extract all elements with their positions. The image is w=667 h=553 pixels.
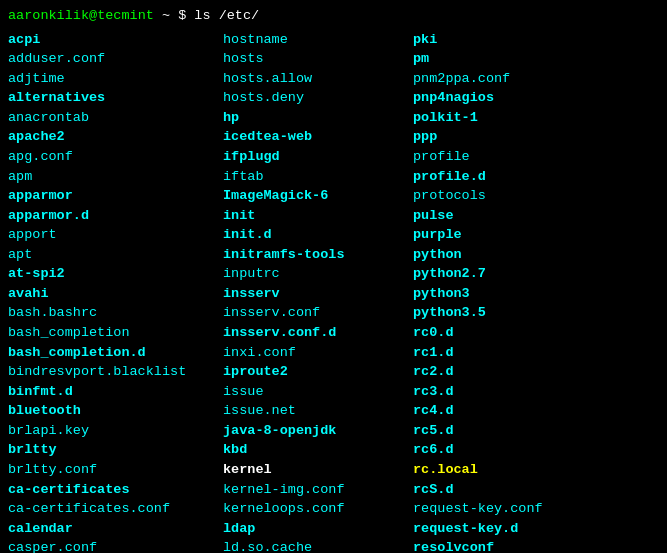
file-item: initramfs-tools	[223, 245, 413, 265]
file-item: insserv.conf.d	[223, 323, 413, 343]
file-item: hosts.deny	[223, 88, 413, 108]
file-item: ca-certificates.conf	[8, 499, 223, 519]
file-item: pulse	[413, 206, 659, 226]
file-item: bash.bashrc	[8, 303, 223, 323]
file-item: calendar	[8, 519, 223, 539]
file-item: ppp	[413, 127, 659, 147]
file-item: icedtea-web	[223, 127, 413, 147]
file-item: rc5.d	[413, 421, 659, 441]
file-item: purple	[413, 225, 659, 245]
file-item: profile	[413, 147, 659, 167]
file-item: protocols	[413, 186, 659, 206]
file-item: brlapi.key	[8, 421, 223, 441]
file-item: hosts.allow	[223, 69, 413, 89]
file-item: rc0.d	[413, 323, 659, 343]
file-item: rc.local	[413, 460, 659, 480]
file-item: rc1.d	[413, 343, 659, 363]
file-item: kernel-img.conf	[223, 480, 413, 500]
file-item: apm	[8, 167, 223, 187]
file-item: hostname	[223, 30, 413, 50]
file-item: acpi	[8, 30, 223, 50]
file-item: apparmor	[8, 186, 223, 206]
prompt-separator: ~ $	[154, 8, 195, 23]
file-item: python3	[413, 284, 659, 304]
file-item: rc6.d	[413, 440, 659, 460]
file-item: issue	[223, 382, 413, 402]
terminal-window: aaronkilik@tecmint ~ $ ls /etc/ acpihost…	[8, 6, 659, 553]
file-item: init.d	[223, 225, 413, 245]
file-item: insserv.conf	[223, 303, 413, 323]
file-item: inputrc	[223, 264, 413, 284]
file-item: apparmor.d	[8, 206, 223, 226]
file-item: python	[413, 245, 659, 265]
file-item: binfmt.d	[8, 382, 223, 402]
file-item: kbd	[223, 440, 413, 460]
file-item: adjtime	[8, 69, 223, 89]
file-item: alternatives	[8, 88, 223, 108]
file-item: kerneloops.conf	[223, 499, 413, 519]
file-item: resolvconf	[413, 538, 659, 553]
file-item: bindresvport.blacklist	[8, 362, 223, 382]
file-item: pnp4nagios	[413, 88, 659, 108]
file-item: brltty.conf	[8, 460, 223, 480]
file-item: ImageMagick-6	[223, 186, 413, 206]
file-item: request-key.d	[413, 519, 659, 539]
file-item: python2.7	[413, 264, 659, 284]
file-item: init	[223, 206, 413, 226]
file-item: pnm2ppa.conf	[413, 69, 659, 89]
file-item: java-8-openjdk	[223, 421, 413, 441]
file-item: rc2.d	[413, 362, 659, 382]
file-item: apache2	[8, 127, 223, 147]
file-item: iftab	[223, 167, 413, 187]
prompt-at: @	[89, 8, 97, 23]
file-item: insserv	[223, 284, 413, 304]
file-item: bash_completion.d	[8, 343, 223, 363]
file-item: ld.so.cache	[223, 538, 413, 553]
file-item: bash_completion	[8, 323, 223, 343]
prompt-command: ls /etc/	[194, 8, 259, 23]
file-item: rc4.d	[413, 401, 659, 421]
prompt-user: aaronkilik	[8, 8, 89, 23]
file-item: ldap	[223, 519, 413, 539]
file-item: rc3.d	[413, 382, 659, 402]
file-item: profile.d	[413, 167, 659, 187]
file-item: avahi	[8, 284, 223, 304]
file-item: request-key.conf	[413, 499, 659, 519]
file-item: pm	[413, 49, 659, 69]
file-item: hp	[223, 108, 413, 128]
file-item: brltty	[8, 440, 223, 460]
file-item: inxi.conf	[223, 343, 413, 363]
prompt-line: aaronkilik@tecmint ~ $ ls /etc/	[8, 6, 659, 26]
file-item: ca-certificates	[8, 480, 223, 500]
file-item: rcS.d	[413, 480, 659, 500]
file-item: apg.conf	[8, 147, 223, 167]
file-item: issue.net	[223, 401, 413, 421]
file-item: kernel	[223, 460, 413, 480]
file-item: apport	[8, 225, 223, 245]
file-item: ifplugd	[223, 147, 413, 167]
file-item: hosts	[223, 49, 413, 69]
file-item: apt	[8, 245, 223, 265]
file-item: iproute2	[223, 362, 413, 382]
file-item: bluetooth	[8, 401, 223, 421]
file-item: adduser.conf	[8, 49, 223, 69]
file-item: at-spi2	[8, 264, 223, 284]
prompt-host: tecmint	[97, 8, 154, 23]
file-item: anacrontab	[8, 108, 223, 128]
file-listing: acpihostnamepkiadduser.confhostspmadjtim…	[8, 30, 659, 553]
file-item: casper.conf	[8, 538, 223, 553]
file-item: polkit-1	[413, 108, 659, 128]
file-item: pki	[413, 30, 659, 50]
file-item: python3.5	[413, 303, 659, 323]
